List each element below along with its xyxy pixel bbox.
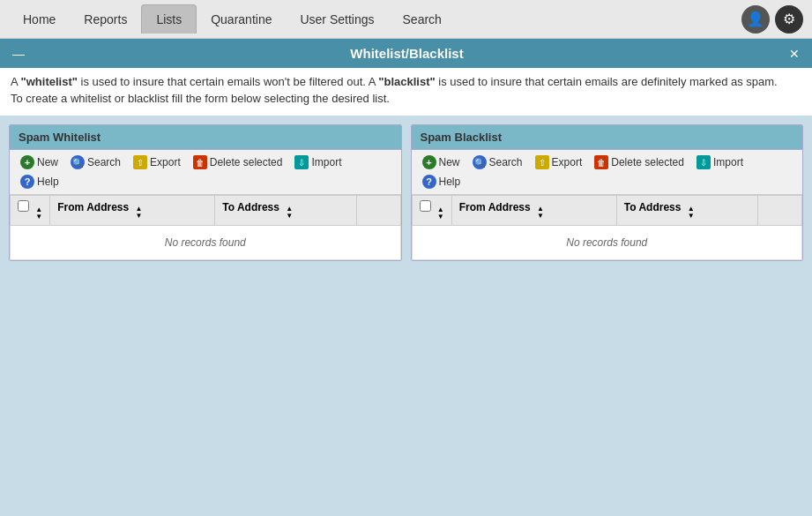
gear-icon-button[interactable]: ⚙ (775, 5, 803, 34)
info-line1-suffix: is used to insure that certain emails ar… (438, 75, 777, 88)
to-sort-arrows: ▲▼ (688, 206, 695, 220)
blacklist-export-label: Export (552, 156, 583, 168)
whitelist-to-header[interactable]: To Address ▲▼ (215, 196, 356, 226)
blacklist-from-header[interactable]: From Address ▲▼ (451, 196, 616, 226)
whitelist-to-label: To Address (222, 201, 279, 213)
sort-arrows: ▲▼ (437, 206, 444, 221)
blacklist-search-label: Search (489, 156, 523, 168)
new-icon: + (20, 155, 34, 169)
search-icon: 🔍 (71, 155, 85, 169)
blacklist-new-label: New (439, 156, 460, 168)
help-icon: ? (20, 175, 34, 189)
help-icon: ? (422, 175, 436, 189)
new-icon: + (422, 155, 436, 169)
from-sort-arrows: ▲▼ (537, 206, 544, 220)
blacklist-search-button[interactable]: 🔍 Search (467, 153, 528, 171)
whitelist-help-button[interactable]: ? Help (15, 173, 64, 191)
blacklist-table: ▲▼ From Address ▲▼ To Address ▲▼ No reco… (412, 195, 803, 260)
whitelist-help-label: Help (37, 176, 59, 188)
top-nav: Home Reports Lists Quarantine User Setti… (0, 0, 812, 39)
blacklist-help-label: Help (439, 176, 461, 188)
whitelist-export-label: Export (150, 156, 181, 168)
info-section: A "whitelist" is used to insure that cer… (0, 68, 812, 116)
nav-search[interactable]: Search (389, 5, 456, 34)
delete-icon: 🗑 (594, 155, 608, 169)
whitelist-search-label: Search (87, 156, 121, 168)
whitelist-new-label: New (37, 156, 58, 168)
nav-lists[interactable]: Lists (141, 4, 197, 34)
info-line2: To create a whitelist or blacklist fill … (11, 92, 801, 105)
blacklist-to-header[interactable]: To Address ▲▼ (616, 196, 757, 226)
blacklist-check-all[interactable] (420, 200, 431, 212)
blacklist-no-records: No records found (412, 226, 802, 260)
nav-reports[interactable]: Reports (70, 5, 141, 34)
blacklist-empty-header (758, 196, 802, 226)
whitelist-panel: Spam Whitelist + New 🔍 Search ⇧ Export 🗑… (9, 124, 402, 261)
info-line1: A "whitelist" is used to insure that cer… (11, 75, 801, 88)
from-sort-arrows: ▲▼ (136, 206, 143, 220)
whitelist-import-label: Import (311, 156, 341, 168)
blacklist-help-button[interactable]: ? Help (417, 173, 466, 191)
whitelist-bold: "whitelist" (21, 75, 78, 88)
nav-home[interactable]: Home (9, 5, 70, 34)
blacklist-export-button[interactable]: ⇧ Export (530, 153, 588, 171)
user-icon-button[interactable]: 👤 (741, 5, 770, 34)
whitelist-new-button[interactable]: + New (15, 153, 63, 171)
blacklist-bold: "blacklist" (378, 75, 435, 88)
nav-icons: 👤 ⚙ (741, 5, 803, 34)
whitelist-delete-button[interactable]: 🗑 Delete selected (188, 153, 288, 171)
blacklist-to-label: To Address (624, 201, 682, 213)
whitelist-delete-label: Delete selected (210, 156, 283, 168)
main-content: Spam Whitelist + New 🔍 Search ⇧ Export 🗑… (0, 116, 812, 270)
page-title-bar: — Whitelist/Blacklist ✕ (0, 39, 812, 68)
page-title: Whitelist/Blacklist (350, 46, 463, 61)
blacklist-delete-label: Delete selected (611, 156, 684, 168)
whitelist-no-records: No records found (11, 226, 401, 260)
whitelist-header: Spam Whitelist (10, 125, 401, 150)
whitelist-from-label: From Address (57, 201, 129, 213)
whitelist-toolbar: + New 🔍 Search ⇧ Export 🗑 Delete selecte… (10, 150, 401, 195)
whitelist-export-button[interactable]: ⇧ Export (128, 153, 186, 171)
whitelist-from-header[interactable]: From Address ▲▼ (50, 196, 215, 226)
blacklist-from-label: From Address (459, 201, 531, 213)
blacklist-check-all-header: ▲▼ (412, 196, 451, 226)
whitelist-check-all-header: ▲▼ (11, 196, 50, 226)
minimize-button[interactable]: — (7, 47, 30, 61)
whitelist-import-button[interactable]: ⇩ Import (289, 153, 346, 171)
nav-user-settings[interactable]: User Settings (286, 5, 388, 34)
whitelist-empty-header (356, 196, 400, 226)
to-sort-arrows: ▲▼ (286, 206, 293, 220)
search-icon: 🔍 (473, 155, 487, 169)
export-icon: ⇧ (535, 155, 549, 169)
whitelist-check-all[interactable] (18, 200, 29, 212)
nav-quarantine[interactable]: Quarantine (197, 5, 286, 34)
info-line1-mid: is used to insure that certain emails wo… (81, 75, 379, 88)
blacklist-toolbar: + New 🔍 Search ⇧ Export 🗑 Delete selecte… (412, 150, 803, 195)
import-icon: ⇩ (294, 155, 309, 169)
close-button[interactable]: ✕ (784, 47, 805, 61)
delete-icon: 🗑 (193, 155, 207, 169)
blacklist-delete-button[interactable]: 🗑 Delete selected (589, 153, 689, 171)
blacklist-header: Spam Blacklist (412, 125, 803, 150)
export-icon: ⇧ (133, 155, 147, 169)
import-icon: ⇩ (697, 155, 711, 169)
whitelist-table: ▲▼ From Address ▲▼ To Address ▲▼ No reco… (10, 195, 401, 260)
blacklist-new-button[interactable]: + New (417, 153, 466, 171)
blacklist-import-button[interactable]: ⇩ Import (691, 153, 749, 171)
blacklist-import-label: Import (713, 156, 743, 168)
blacklist-panel: Spam Blacklist + New 🔍 Search ⇧ Export 🗑… (411, 124, 804, 261)
whitelist-search-button[interactable]: 🔍 Search (65, 153, 126, 171)
sort-arrows: ▲▼ (35, 206, 42, 221)
